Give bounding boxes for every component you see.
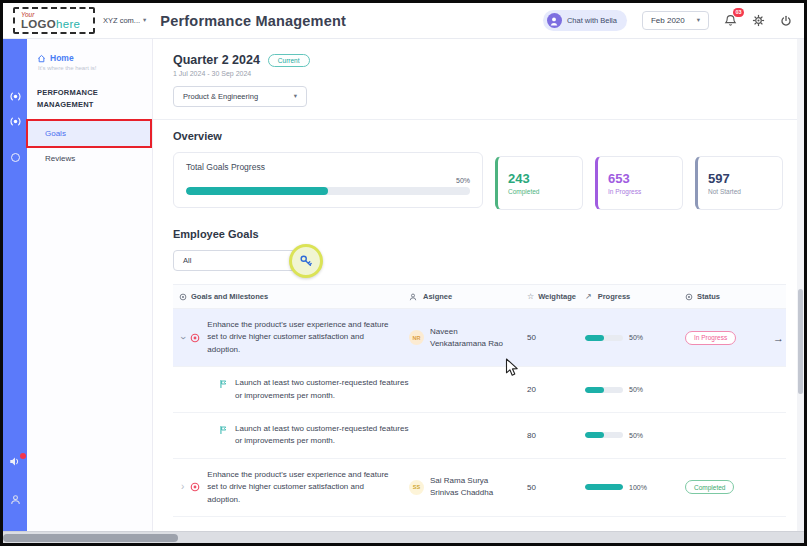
stat-value: 243 bbox=[508, 172, 572, 185]
broadcast-icon[interactable] bbox=[8, 116, 23, 127]
chevron-down-icon: ▾ bbox=[294, 93, 297, 100]
speaker-badge bbox=[20, 453, 26, 459]
vertical-scrollbar[interactable] bbox=[797, 39, 804, 531]
goal-target-icon bbox=[179, 293, 187, 301]
logo-word: LOGO bbox=[21, 18, 56, 30]
tutorial-highlight-circle bbox=[289, 244, 323, 278]
logo: Your LOGOhere bbox=[13, 7, 95, 34]
progress-label: 100% bbox=[629, 484, 647, 491]
weightage-value: 20 bbox=[523, 385, 585, 394]
total-progress-bar bbox=[186, 187, 470, 195]
weightage-value: 50 bbox=[523, 483, 585, 492]
sidebar: Home It's where the heart is! PERFORMANC… bbox=[27, 39, 153, 531]
logo-main-text: LOGOhere bbox=[21, 18, 87, 31]
home-label: Home bbox=[50, 53, 74, 63]
chevron-right-icon[interactable]: › bbox=[181, 482, 184, 492]
milestone-flag-icon bbox=[219, 379, 228, 389]
assignee-avatar: SS bbox=[409, 480, 424, 495]
section-divider bbox=[153, 119, 804, 120]
star-icon: ☆ bbox=[527, 292, 534, 301]
progress-card-title: Total Goals Progress bbox=[186, 162, 470, 172]
progress-bar bbox=[585, 335, 623, 341]
user-icon[interactable] bbox=[10, 494, 21, 505]
home-subtitle: It's where the heart is! bbox=[38, 65, 142, 71]
progress-bar bbox=[585, 432, 623, 438]
milestone-row[interactable]: Launch at least two customer-requested f… bbox=[173, 367, 786, 413]
trend-up-icon: ↗ bbox=[585, 292, 592, 301]
department-filter[interactable]: Product & Engineering ▾ bbox=[173, 86, 307, 107]
employee-filter-row: All ▾ bbox=[173, 250, 786, 274]
weightage-value: 80 bbox=[523, 431, 585, 440]
gear-icon bbox=[752, 14, 765, 27]
assignee-name: Sai Rama Surya Srinivas Chaddha bbox=[430, 475, 512, 499]
progress-percent-label: 50% bbox=[186, 177, 470, 184]
quarter-date-range: 1 Jul 2024 - 30 Sep 2024 bbox=[173, 70, 786, 77]
company-selector[interactable]: XYZ com... ▾ bbox=[103, 16, 146, 25]
milestone-text: Launch at least two customer-requested f… bbox=[235, 377, 409, 402]
column-label: Weightage bbox=[538, 292, 576, 301]
sidebar-item-label: Goals bbox=[45, 129, 66, 138]
month-value: Feb 2020 bbox=[651, 16, 685, 25]
goal-row[interactable]: › Enhance the product's user experience … bbox=[173, 459, 786, 517]
vertical-scrollbar-thumb[interactable] bbox=[798, 289, 803, 394]
table-header: Goals and Milestones Asignee ☆ Weightage… bbox=[173, 284, 786, 309]
notifications-button[interactable]: 03 bbox=[724, 14, 737, 27]
column-progress[interactable]: ↗ Progress bbox=[585, 292, 685, 301]
sidebar-item-goals[interactable]: Goals bbox=[27, 121, 152, 146]
page-title: Performance Management bbox=[160, 13, 346, 29]
broadcast-icon[interactable] bbox=[8, 91, 23, 102]
milestone-row[interactable]: Launch at least two customer-requested f… bbox=[173, 413, 786, 459]
topbar: Your LOGOhere XYZ com... ▾ Performance M… bbox=[3, 3, 804, 39]
progress-label: 50% bbox=[629, 334, 643, 341]
logo-accent-word: here bbox=[56, 18, 80, 30]
chevron-down-icon[interactable]: › bbox=[178, 336, 188, 339]
icon-rail bbox=[3, 39, 27, 531]
rail-bottom bbox=[9, 456, 21, 519]
sidebar-item-reviews[interactable]: Reviews bbox=[27, 146, 152, 171]
logout-button[interactable] bbox=[780, 15, 792, 27]
power-icon bbox=[780, 15, 792, 27]
row-detail-arrow[interactable]: → bbox=[773, 332, 784, 344]
column-status[interactable]: Status bbox=[685, 292, 761, 301]
chat-with-bella-button[interactable]: Chat with Bella bbox=[543, 10, 627, 31]
stat-label: Not Started bbox=[708, 188, 772, 195]
progress-bar bbox=[585, 387, 623, 393]
column-weightage[interactable]: ☆ Weightage bbox=[523, 292, 585, 301]
progress-label: 50% bbox=[629, 386, 643, 393]
key-icon[interactable] bbox=[299, 254, 313, 268]
topbar-actions: Chat with Bella Feb 2020 ▾ 03 bbox=[543, 10, 792, 31]
horizontal-scrollbar-thumb[interactable] bbox=[3, 534, 178, 542]
sidebar-item-home[interactable]: Home It's where the heart is! bbox=[27, 51, 152, 75]
home-icon bbox=[37, 54, 46, 63]
quarter-title: Quarter 2 2024 bbox=[173, 53, 260, 67]
quarter-header: Quarter 2 2024 Current bbox=[173, 53, 786, 67]
goal-target-icon bbox=[190, 482, 200, 492]
progress-fill bbox=[585, 387, 604, 393]
person-icon bbox=[549, 16, 559, 26]
employee-filter[interactable]: All ▾ bbox=[173, 250, 305, 271]
column-goals-milestones[interactable]: Goals and Milestones bbox=[173, 292, 409, 301]
month-selector[interactable]: Feb 2020 ▾ bbox=[642, 11, 709, 30]
stat-card-completed: 243 Completed bbox=[495, 156, 583, 210]
speaker-icon[interactable] bbox=[9, 456, 21, 467]
horizontal-scrollbar[interactable] bbox=[3, 531, 804, 543]
status-badge: In Progress bbox=[685, 331, 736, 345]
employee-goals-table: Goals and Milestones Asignee ☆ Weightage… bbox=[173, 284, 786, 517]
goal-text: Enhance the product's user experience an… bbox=[207, 319, 395, 356]
column-label: Progress bbox=[598, 292, 631, 301]
sidebar-item-label: Reviews bbox=[45, 154, 75, 163]
stat-card-in-progress: 653 In Progress bbox=[595, 156, 683, 210]
column-label: Asignee bbox=[423, 292, 452, 301]
sidebar-section-title: PERFORMANCE MANAGEMENT bbox=[27, 75, 131, 121]
progress-fill bbox=[585, 484, 623, 490]
milestone-text: Launch at least two customer-requested f… bbox=[235, 423, 409, 448]
progress-label: 50% bbox=[629, 432, 643, 439]
person-icon bbox=[409, 293, 417, 301]
status-badge: Completed bbox=[685, 480, 734, 494]
chevron-down-icon: ▾ bbox=[697, 17, 700, 24]
chat-label: Chat with Bella bbox=[567, 16, 617, 25]
goal-row[interactable]: › Enhance the product's user experience … bbox=[173, 309, 786, 367]
radio-circle-icon[interactable] bbox=[11, 153, 20, 162]
settings-button[interactable] bbox=[752, 14, 765, 27]
column-asignee[interactable]: Asignee bbox=[409, 292, 523, 301]
